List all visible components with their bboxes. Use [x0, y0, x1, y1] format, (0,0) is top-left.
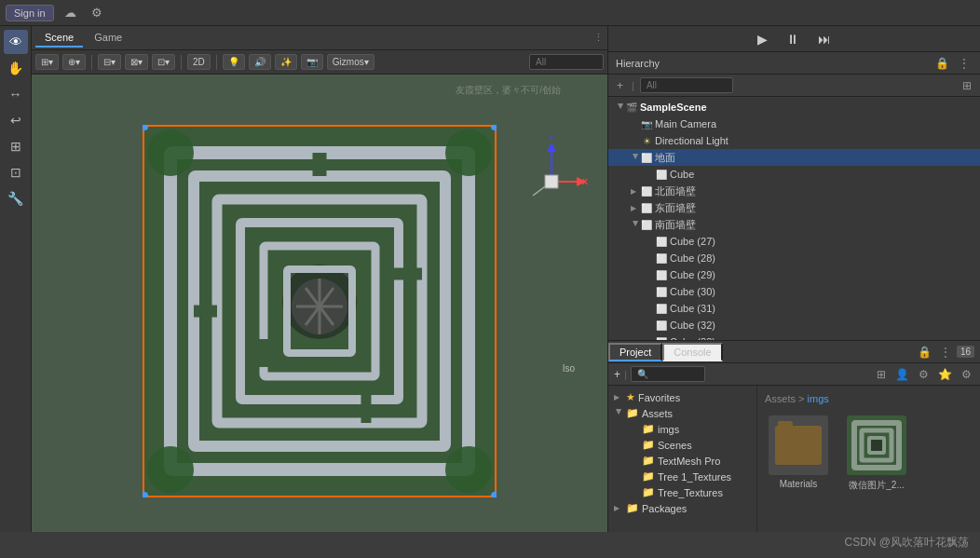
- tab-project[interactable]: Project: [608, 343, 662, 361]
- tree-item-cube33[interactable]: ⬜ Cube (33): [608, 333, 980, 340]
- light-btn[interactable]: 💡: [223, 54, 245, 70]
- file-item-packages[interactable]: ▶ 📁 Packages: [608, 500, 756, 516]
- project-settings2-btn[interactable]: ⚙: [959, 367, 974, 382]
- hierarchy-add-btn[interactable]: +: [614, 78, 626, 93]
- gizmos-btn[interactable]: Gizmos▾: [327, 54, 374, 70]
- project-star-btn[interactable]: ⭐: [935, 367, 955, 382]
- file-item-assets[interactable]: ▶ 📁 Assets: [608, 405, 756, 421]
- hierarchy-more-btn[interactable]: ⋮: [956, 56, 973, 71]
- search-btn[interactable]: ⊡▾: [152, 54, 175, 70]
- project-search-input[interactable]: [631, 366, 705, 382]
- hierarchy-search-input[interactable]: [640, 77, 733, 93]
- assets-grid[interactable]: Assets > imgs Materials: [757, 386, 980, 532]
- tree-item-cube27[interactable]: ⬜ Cube (27): [608, 233, 980, 250]
- mode-2d-btn[interactable]: 2D: [187, 54, 211, 70]
- file-item-tree1[interactable]: 📁 Tree 1_Textures: [608, 469, 756, 484]
- rotate-tool[interactable]: ↩: [4, 108, 28, 132]
- move-gizmo[interactable]: X Y: [514, 135, 589, 210]
- step-button[interactable]: ⏭: [812, 30, 837, 48]
- project-lock-btn[interactable]: 🔒: [915, 345, 934, 360]
- expand-arrow-beimian[interactable]: ▶: [631, 187, 640, 196]
- svg-point-16: [445, 446, 492, 493]
- rect-tool[interactable]: ⊡: [4, 160, 28, 184]
- snap-btn[interactable]: ⊠▾: [125, 54, 148, 70]
- tree-item-nanmian[interactable]: ▶ ⬜ 南面墙壁: [608, 216, 980, 233]
- tree-label-dongmian: 东面墙壁: [655, 201, 696, 215]
- tree-label-cube27: Cube (27): [670, 236, 715, 247]
- tree-item-samplescene[interactable]: ▶ 🎬 SampleScene: [608, 99, 980, 116]
- tab-console[interactable]: Console: [662, 343, 722, 361]
- tree-item-cube32[interactable]: ⬜ Cube (32): [608, 317, 980, 333]
- tree-label-samplescene: SampleScene: [640, 102, 707, 113]
- transform-tool[interactable]: 🔧: [4, 186, 28, 211]
- asset-item-materials[interactable]: Materials: [765, 412, 832, 496]
- tree-item-directionallight[interactable]: ☀ Directional Light: [608, 132, 980, 149]
- expand-arrow-dimian[interactable]: ▶: [632, 153, 640, 162]
- project-filter-btn[interactable]: ⚙: [916, 367, 932, 382]
- play-button[interactable]: ▶: [752, 30, 773, 48]
- folder-icon-imgs: 📁: [642, 423, 655, 435]
- file-item-tree2[interactable]: 📁 Tree_Textures: [608, 484, 756, 500]
- pivot-btn[interactable]: ⊕▾: [62, 54, 86, 70]
- csdn-watermark: CSDN @风吹落叶花飘荡: [844, 535, 969, 551]
- iso-label: Iso: [563, 363, 575, 374]
- svg-rect-27: [545, 175, 558, 188]
- selected-object[interactable]: [143, 125, 497, 497]
- sign-in-button[interactable]: Sign in: [6, 5, 54, 21]
- cube-icon-32: ⬜: [655, 320, 668, 331]
- tab-game[interactable]: Game: [85, 29, 131, 48]
- scene-panel: Scene Game ⋮ ⊞▾ ⊕▾ ⊟▾ ⊠▾ ⊡▾ 2D 💡 🔊 ✨ 📷: [32, 26, 607, 532]
- tree-item-cube-dimian[interactable]: ⬜ Cube: [608, 166, 980, 183]
- scene-search-input[interactable]: [529, 54, 604, 70]
- file-item-imgs[interactable]: 📁 imgs: [608, 421, 756, 437]
- settings-icon[interactable]: ⚙: [88, 4, 106, 22]
- tree-label-directionallight: Directional Light: [655, 135, 728, 146]
- fx-btn[interactable]: ✨: [275, 54, 297, 70]
- tree-item-cube29[interactable]: ⬜ Cube (29): [608, 266, 980, 283]
- move-tool[interactable]: ↔: [4, 82, 28, 106]
- tree-item-beimian[interactable]: ▶ ⬜ 北面墙壁: [608, 183, 980, 199]
- folder-icon-assets: 📁: [626, 407, 639, 419]
- asset-item-wechat[interactable]: 微信图片_2...: [843, 412, 910, 496]
- hierarchy-view-btn[interactable]: ⊞: [960, 78, 974, 93]
- tree-label-beimian: 北面墙壁: [655, 184, 696, 198]
- materials-label: Materials: [780, 479, 818, 489]
- hierarchy-lock-btn[interactable]: 🔒: [932, 56, 952, 71]
- project-view1-btn[interactable]: ⊞: [874, 367, 889, 382]
- project-add-btn[interactable]: +: [614, 368, 620, 381]
- file-item-textmesh[interactable]: 📁 TextMesh Pro: [608, 453, 756, 469]
- hand-tool[interactable]: ✋: [4, 56, 28, 80]
- scale-tool[interactable]: ⊞: [4, 134, 28, 158]
- audio-btn[interactable]: 🔊: [249, 54, 271, 70]
- file-item-scenes[interactable]: 📁 Scenes: [608, 437, 756, 453]
- expand-arrow-packages[interactable]: ▶: [614, 504, 623, 512]
- tree-item-cube28[interactable]: ⬜ Cube (28): [608, 250, 980, 266]
- tree-item-dongmian[interactable]: ▶ ⬜ 东面墙壁: [608, 199, 980, 216]
- file-item-favorites[interactable]: ▶ ★ Favorites: [608, 389, 756, 405]
- expand-arrow-nanmian[interactable]: ▶: [632, 220, 640, 229]
- tree-item-dimian[interactable]: ▶ ⬜ 地面: [608, 149, 980, 166]
- tab-scene[interactable]: Scene: [35, 29, 83, 48]
- expand-arrow-samplescene[interactable]: ▶: [617, 102, 625, 112]
- svg-text:X: X: [582, 177, 588, 186]
- grid-btn[interactable]: ⊟▾: [98, 54, 121, 70]
- expand-arrow-dongmian[interactable]: ▶: [631, 204, 640, 212]
- hierarchy-title: Hierarchy: [616, 58, 660, 69]
- pause-button[interactable]: ⏸: [781, 30, 805, 48]
- hierarchy-tree[interactable]: ▶ 🎬 SampleScene 📷 Main Camera ☀ Direct: [608, 97, 980, 340]
- transform-gizmos-btn[interactable]: ⊞▾: [35, 54, 59, 70]
- eye-tool[interactable]: 👁: [4, 30, 28, 54]
- left-toolbar: 👁 ✋ ↔ ↩ ⊞ ⊡ 🔧: [0, 26, 32, 532]
- project-view2-btn[interactable]: 👤: [892, 367, 912, 382]
- file-tree[interactable]: ▶ ★ Favorites ▶ 📁 Assets 📁: [608, 386, 757, 532]
- project-more-btn[interactable]: ⋮: [937, 345, 954, 360]
- materials-thumb: [769, 415, 828, 475]
- scene-viewport[interactable]: X Y 友霞壁区，婆々不可/创始 Iso: [32, 75, 607, 532]
- tree-item-cube30[interactable]: ⬜ Cube (30): [608, 283, 980, 300]
- tree-item-maincamera[interactable]: 📷 Main Camera: [608, 116, 980, 132]
- cloud-icon[interactable]: ☁: [61, 4, 80, 22]
- cam-btn[interactable]: 📷: [301, 54, 323, 70]
- scene-panel-menu[interactable]: ⋮: [593, 32, 604, 44]
- scene-watermark: 友霞壁区，婆々不可/创始: [456, 84, 561, 97]
- tree-item-cube31[interactable]: ⬜ Cube (31): [608, 300, 980, 317]
